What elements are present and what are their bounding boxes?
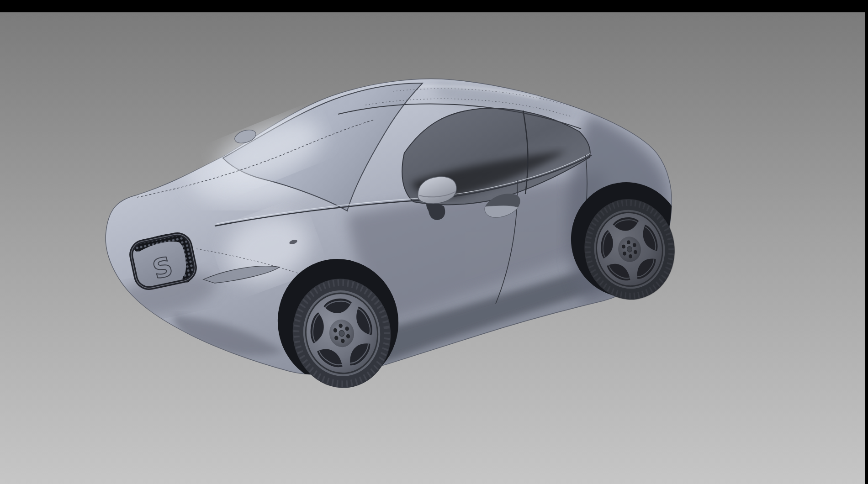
right-letterbox-bar [865, 0, 868, 484]
car-render[interactable]: S [0, 0, 868, 484]
top-letterbox-bar [0, 0, 868, 12]
car-model[interactable]: S [106, 79, 690, 394]
3d-viewport[interactable]: S [0, 12, 865, 484]
application-window: S [0, 0, 868, 484]
front-grille[interactable]: S [129, 231, 198, 290]
